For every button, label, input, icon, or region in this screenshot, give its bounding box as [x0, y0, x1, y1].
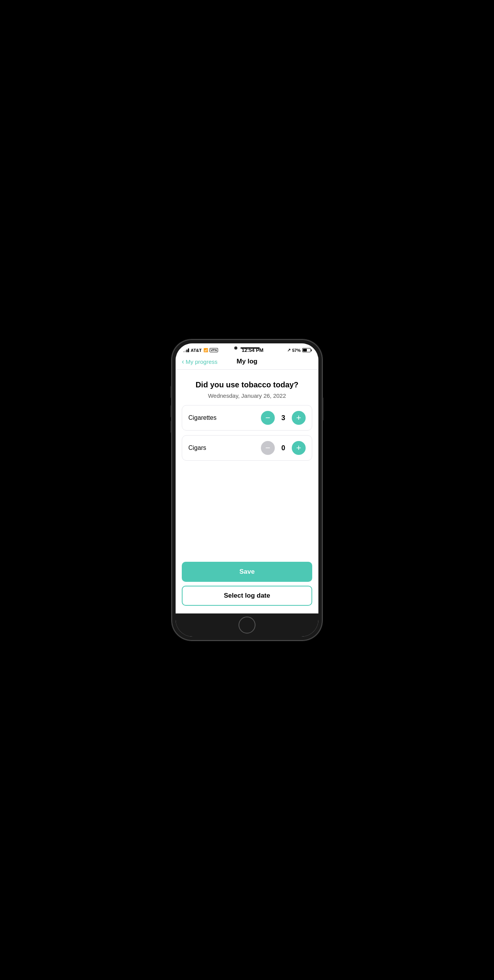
camera-notch	[234, 346, 260, 350]
cigarettes-increment-button[interactable]: +	[292, 411, 306, 425]
wifi-icon: 📶	[203, 348, 208, 352]
speaker-grill	[240, 347, 260, 349]
vpn-badge: VPN	[210, 348, 218, 352]
back-label: My progress	[186, 358, 218, 365]
cigarettes-row: Cigarettes − 3 +	[182, 405, 312, 431]
phone-frame: AT&T 📶 VPN 12:54 PM ↗ 57% ‹ My p	[172, 340, 322, 640]
signal-bars-icon	[183, 348, 189, 352]
nav-header: ‹ My progress My log	[176, 355, 318, 370]
home-button[interactable]	[239, 617, 255, 634]
chevron-left-icon: ‹	[182, 358, 184, 365]
status-right: ↗ 57%	[287, 348, 311, 353]
battery-icon	[302, 348, 311, 352]
cigarettes-decrement-button[interactable]: −	[261, 411, 275, 425]
back-button[interactable]: ‹ My progress	[182, 358, 225, 365]
cigarettes-value: 3	[279, 414, 287, 422]
status-left: AT&T 📶 VPN	[183, 348, 218, 353]
camera-dot	[234, 346, 237, 350]
cigars-counter: − 0 +	[261, 441, 306, 455]
question-date: Wednesday, January 26, 2022	[183, 392, 311, 399]
select-log-date-button[interactable]: Select log date	[182, 586, 312, 606]
question-section: Did you use tobacco today? Wednesday, Ja…	[176, 370, 318, 405]
phone-screen: AT&T 📶 VPN 12:54 PM ↗ 57% ‹ My p	[176, 343, 318, 637]
cigars-label: Cigars	[188, 444, 206, 451]
cigarettes-counter: − 3 +	[261, 411, 306, 425]
cigars-decrement-button[interactable]: −	[261, 441, 275, 455]
cigars-value: 0	[279, 444, 287, 452]
content-spacer	[176, 465, 318, 556]
cigars-row: Cigars − 0 +	[182, 435, 312, 461]
home-indicator-area	[176, 613, 318, 637]
bottom-buttons: Save Select log date	[176, 556, 318, 613]
main-content: Did you use tobacco today? Wednesday, Ja…	[176, 370, 318, 613]
question-title: Did you use tobacco today?	[183, 380, 311, 389]
save-button[interactable]: Save	[182, 562, 312, 582]
cigars-increment-button[interactable]: +	[292, 441, 306, 455]
battery-percent: 57%	[292, 348, 301, 353]
white-content-area: Did you use tobacco today? Wednesday, Ja…	[176, 370, 318, 613]
page-title: My log	[225, 358, 269, 365]
location-icon: ↗	[287, 348, 291, 353]
cigarettes-label: Cigarettes	[188, 414, 217, 421]
tobacco-items-list: Cigarettes − 3 + Cigars − 0 +	[176, 405, 318, 465]
carrier-label: AT&T	[191, 348, 202, 353]
